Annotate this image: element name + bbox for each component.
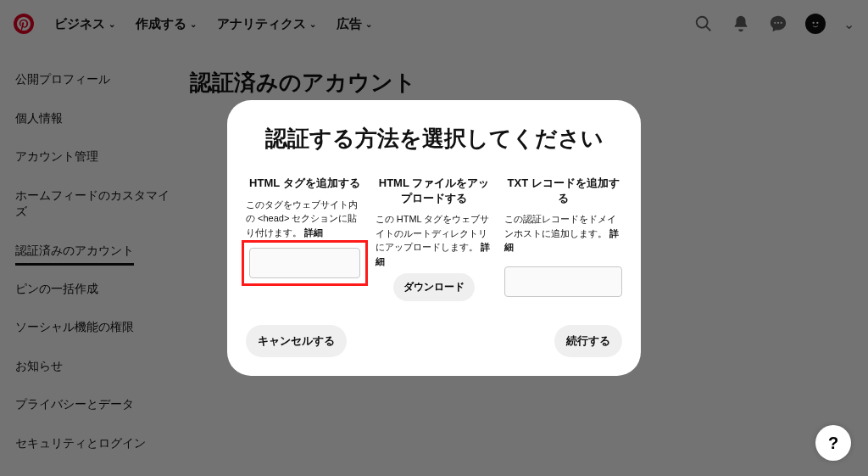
option-html-file-title: HTML ファイルをアップロードする [376, 176, 493, 205]
option-txt-record-title: TXT レコードを追加する [504, 176, 622, 205]
option-html-tag-desc: このタグをウェブサイト内の <head> セクションに貼り付けます。 詳細 [246, 198, 364, 240]
modal-title: 認証する方法を選択してください [246, 124, 622, 154]
option-html-tag-title: HTML タグを追加する [246, 176, 364, 191]
cancel-button[interactable]: キャンセルする [246, 325, 347, 357]
option-html-file[interactable]: HTML ファイルをアップロードする この HTML タグをウェブサイトのルート… [376, 176, 493, 301]
option-html-file-desc: この HTML タグをウェブサイトのルートディレクトリにアップロードします。 詳… [376, 212, 493, 268]
highlight-box [242, 240, 368, 286]
modal-overlay: 認証する方法を選択してください HTML タグを追加する このタグをウェブサイト… [0, 0, 868, 476]
verify-method-modal: 認証する方法を選択してください HTML タグを追加する このタグをウェブサイト… [227, 100, 641, 376]
option-html-tag[interactable]: HTML タグを追加する このタグをウェブサイト内の <head> セクションに… [246, 176, 364, 301]
help-button[interactable]: ? [815, 425, 851, 461]
option-txt-record[interactable]: TXT レコードを追加する この認証レコードをドメインホストに追加します。 詳細 [504, 176, 622, 301]
continue-button[interactable]: 続行する [554, 325, 622, 357]
detail-link[interactable]: 詳細 [304, 227, 323, 238]
html-tag-field[interactable] [249, 248, 360, 278]
download-button[interactable]: ダウンロード [393, 273, 475, 301]
option-txt-record-desc: この認証レコードをドメインホストに追加します。 詳細 [504, 212, 622, 255]
txt-record-field[interactable] [504, 266, 622, 297]
